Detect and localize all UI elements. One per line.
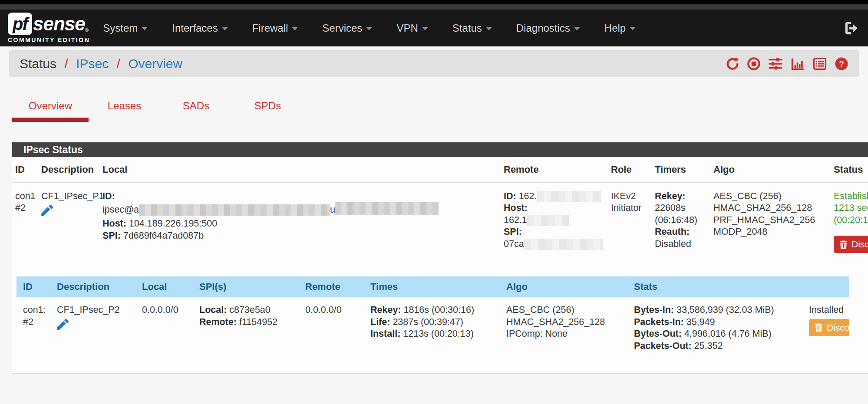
- help-icon[interactable]: ?: [835, 57, 848, 71]
- logo-subtitle: COMMUNITY EDITION: [8, 36, 90, 43]
- nav-item-label: Interfaces: [172, 22, 218, 34]
- redacted-block: [537, 191, 601, 202]
- status-state: Established: [834, 191, 868, 203]
- nav-item-status[interactable]: Status: [452, 22, 492, 34]
- child-table-header-row: ID Description Local SPI(s) Remote Times…: [17, 276, 849, 297]
- nav-menu: System Interfaces Firewall Services VPN …: [103, 22, 660, 34]
- bytes-in-label: Bytes-In:: [634, 305, 674, 315]
- packets-out-label: Packets-Out:: [634, 341, 692, 351]
- bytes-out-value: 4,996,016 (4.76 MiB): [684, 328, 772, 339]
- algo-prf: PRF_HMAC_SHA2_256: [713, 214, 829, 227]
- status-time: (00:20:13): [834, 214, 868, 227]
- child-remote-cell: 0.0.0.0/0: [302, 297, 367, 373]
- ike-remote-cell: ID: 162. Host: 162.1 SPI: 07ca: [501, 182, 608, 276]
- breadcrumb-separator: /: [64, 56, 68, 71]
- col-local: Local: [139, 276, 196, 297]
- col-spis: SPI(s): [196, 276, 302, 297]
- tab-leases[interactable]: Leases: [89, 97, 160, 122]
- ike-description-cell: CF1_IPsec_P1: [38, 182, 99, 276]
- packets-out-value: 25,352: [694, 341, 723, 351]
- nav-item-interfaces[interactable]: Interfaces: [172, 22, 228, 34]
- breadcrumb-link-overview[interactable]: Overview: [128, 56, 182, 71]
- child-description: CF1_IPsec_P2: [57, 304, 137, 316]
- local-id-mid: u: [330, 204, 335, 215]
- trash-icon: [839, 240, 848, 249]
- trash-icon: [815, 323, 823, 332]
- rekey-label: Rekey:: [370, 305, 401, 315]
- options-sliders-icon[interactable]: [768, 57, 783, 71]
- algo-enc: AES_CBC (256): [713, 191, 829, 203]
- packets-in-label: Packets-In:: [634, 317, 684, 327]
- disconnect-button[interactable]: Disconnect: [834, 236, 868, 253]
- log-summary-list-icon[interactable]: [812, 57, 827, 71]
- col-status: Status: [831, 157, 868, 182]
- tab-overview[interactable]: Overview: [12, 97, 89, 122]
- local-spi-value: 7d689f64a7ad087b: [123, 230, 204, 241]
- tab-label: SADs: [183, 100, 209, 112]
- col-remote: Remote: [302, 276, 367, 297]
- top-gray-strip: [0, 4, 868, 10]
- ike-timers-cell: Rekey: 22608s (06:16:48) Reauth: Disable…: [652, 182, 710, 276]
- child-sa-section: ID Description Local SPI(s) Remote Times…: [17, 276, 849, 373]
- disconnect-button[interactable]: Disconnect: [809, 319, 849, 336]
- nav-item-firewall[interactable]: Firewall: [252, 22, 298, 34]
- tab-spds[interactable]: SPDs: [232, 97, 304, 122]
- sign-out-icon: [844, 21, 858, 36]
- top-navbar: pf sense ® COMMUNITY EDITION System Inte…: [0, 10, 868, 46]
- nav-item-help[interactable]: Help: [604, 22, 636, 34]
- algo-integ: HMAC_SHA2_256_128: [713, 202, 829, 214]
- ike-id-num: #2: [15, 202, 36, 214]
- algo-ipcomp: IPComp: None: [506, 328, 629, 340]
- col-id: ID: [12, 157, 38, 182]
- svg-text:?: ?: [839, 59, 844, 68]
- child-local-cell: 0.0.0.0/0: [139, 297, 196, 373]
- nav-item-vpn[interactable]: VPN: [396, 22, 428, 34]
- logo-pf-box: pf: [8, 13, 32, 35]
- local-host-label: Host:: [102, 218, 126, 229]
- rekey-value: 1816s (00:30:16): [404, 305, 475, 315]
- nav-item-services[interactable]: Services: [322, 22, 372, 34]
- breadcrumb-separator: /: [116, 56, 120, 71]
- redacted-block: [524, 239, 603, 250]
- chevron-down-icon: [574, 27, 580, 30]
- nav-item-diagnostics[interactable]: Diagnostics: [516, 22, 580, 34]
- refresh-icon[interactable]: [726, 57, 739, 71]
- col-times: Times: [367, 276, 503, 297]
- life-label: Life:: [370, 317, 390, 327]
- role-version: IKEv2: [611, 191, 650, 203]
- col-role: Role: [608, 157, 652, 182]
- tab-sads[interactable]: SADs: [160, 97, 232, 122]
- breadcrumb: Status / IPsec / Overview: [20, 56, 182, 71]
- ipsec-status-panel: IPsec Status ID Description Local Remote…: [12, 142, 868, 374]
- ike-local-cell: ID: ipsec@au Host: 104.189.226.195:500 S…: [99, 182, 501, 276]
- nav-item-label: System: [103, 22, 138, 34]
- nav-item-label: Help: [604, 22, 626, 34]
- graph-bar-chart-icon[interactable]: [790, 57, 805, 71]
- local-id-value: ipsec@a: [102, 204, 139, 215]
- bytes-out-label: Bytes-Out:: [634, 328, 682, 339]
- remote-id-label: ID:: [504, 191, 516, 201]
- stop-icon[interactable]: [747, 57, 761, 71]
- ike-sa-table: ID Description Local Remote Role Timers …: [12, 157, 868, 276]
- logout-button[interactable]: [844, 21, 858, 36]
- local-spi-label: SPI:: [102, 230, 121, 241]
- nav-item-label: Services: [322, 22, 362, 34]
- child-algo-cell: AES_CBC (256) HMAC_SHA2_256_128 IPComp: …: [503, 297, 631, 373]
- redacted-block: [335, 202, 439, 215]
- ike-role-cell: IKEv2Initiator: [608, 182, 652, 276]
- child-stats-cell: Bytes-In: 33,586,939 (32.03 MiB) Packets…: [631, 297, 806, 373]
- rekey-label: Rekey:: [655, 191, 709, 203]
- col-remote: Remote: [501, 157, 608, 182]
- remote-spi-label: SPI:: [504, 227, 522, 237]
- bytes-in-value: 33,586,939 (32.03 MiB): [677, 305, 774, 315]
- disconnect-label: Disconnect: [851, 239, 868, 250]
- child-id-cell: con1:#2: [17, 297, 54, 373]
- pfsense-logo[interactable]: pf sense ® COMMUNITY EDITION: [8, 13, 90, 43]
- nav-item-system[interactable]: System: [103, 22, 148, 34]
- logo-sense-text: sense: [33, 13, 85, 35]
- breadcrumb-bar: Status / IPsec / Overview ?: [9, 50, 859, 77]
- breadcrumb-link-ipsec[interactable]: IPsec: [76, 56, 109, 71]
- reauth-label: Reauth:: [655, 226, 709, 238]
- edit-pencil-icon[interactable]: [41, 205, 53, 220]
- edit-pencil-icon[interactable]: [57, 319, 69, 334]
